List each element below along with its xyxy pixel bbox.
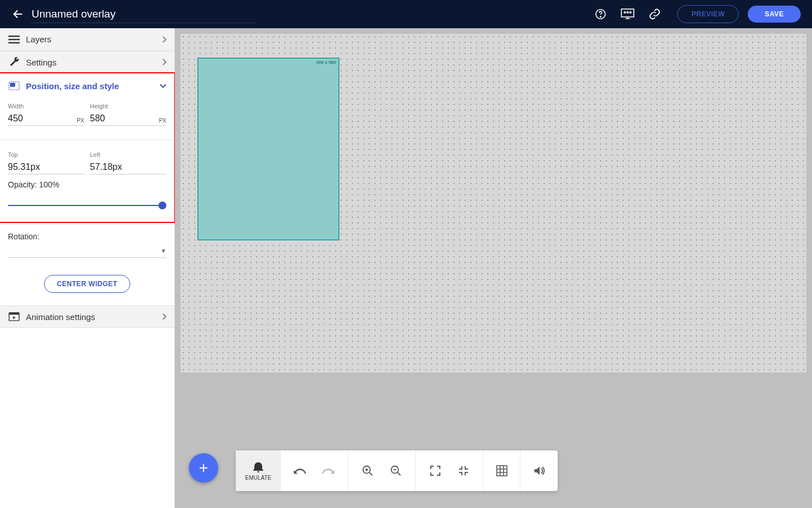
chevron-down-icon: [160, 84, 166, 88]
slider-thumb[interactable]: [158, 202, 166, 209]
sound-cell: [520, 450, 558, 491]
opacity-slider[interactable]: [8, 202, 166, 209]
svg-rect-8: [8, 42, 20, 43]
link-icon[interactable]: [647, 6, 663, 22]
rotation-block: Rotation: ▼: [0, 226, 174, 258]
bell-icon: [253, 461, 263, 472]
zoom-in-icon[interactable]: [361, 465, 374, 477]
svg-rect-6: [8, 36, 20, 37]
svg-point-3: [624, 12, 625, 13]
left-input[interactable]: [90, 160, 167, 174]
chevron-right-icon: [162, 313, 166, 320]
svg-point-1: [601, 16, 601, 17]
history-group: [280, 450, 348, 491]
height-input[interactable]: [90, 112, 159, 125]
redo-icon[interactable]: [322, 465, 334, 477]
height-label: Height: [90, 103, 167, 110]
preview-button[interactable]: PREVIEW: [677, 5, 739, 23]
selection-box-icon: [8, 80, 20, 92]
enter-fullscreen-icon[interactable]: [429, 465, 442, 477]
top-bar: PREVIEW SAVE: [0, 0, 812, 28]
top-input[interactable]: [8, 160, 85, 174]
chevron-right-icon: [162, 59, 166, 65]
svg-rect-12: [9, 313, 19, 315]
top-label: Top: [8, 151, 85, 158]
back-arrow-icon[interactable]: [11, 7, 25, 21]
position-panel-body: Width PX Height PX: [0, 98, 174, 222]
opacity-block: Opacity: 100%: [8, 180, 166, 209]
emulate-button[interactable]: EMULATE: [236, 450, 281, 491]
width-field: Width PX: [8, 103, 85, 126]
left-label: Left: [90, 151, 167, 158]
svg-marker-13: [13, 316, 15, 319]
exit-fullscreen-icon[interactable]: [457, 465, 470, 477]
sidebar-item-label: Settings: [26, 58, 56, 67]
widget-size-tag: 450 x 580: [316, 60, 336, 65]
rotation-select[interactable]: ▼: [8, 244, 166, 258]
svg-point-5: [630, 12, 631, 13]
layers-icon: [8, 33, 20, 46]
unit-px: PX: [77, 117, 84, 125]
position-panel-highlight: Position, size and style Width PX H: [0, 72, 175, 223]
sidebar-item-label: Layers: [26, 34, 51, 44]
wrench-icon: [8, 56, 20, 68]
svg-rect-7: [8, 38, 20, 40]
overlay-title-input[interactable]: [30, 6, 256, 23]
sidebar-item-animation[interactable]: Animation settings: [0, 305, 174, 328]
dropdown-triangle-icon: ▼: [161, 248, 166, 254]
canvas-area[interactable]: 450 x 580: [175, 28, 812, 508]
svg-rect-16: [497, 466, 507, 476]
plus-icon: +: [199, 459, 208, 477]
bottom-toolbar: EMULATE: [236, 450, 558, 491]
sidebar-item-label: Position, size and style: [26, 81, 119, 91]
zoom-out-icon[interactable]: [390, 465, 402, 477]
chevron-right-icon: [162, 36, 166, 43]
monitor-icon[interactable]: [620, 6, 636, 22]
svg-rect-10: [10, 83, 15, 87]
svg-point-4: [627, 12, 628, 13]
rotation-label: Rotation:: [8, 232, 166, 241]
grid-icon[interactable]: [496, 465, 508, 477]
grid-cell: [483, 450, 520, 491]
center-widget-button[interactable]: CENTER WIDGET: [44, 275, 130, 293]
emulate-label: EMULATE: [245, 475, 272, 481]
sidebar-item-layers[interactable]: Layers: [0, 28, 174, 51]
top-field: Top: [8, 151, 85, 174]
sidebar-item-position[interactable]: Position, size and style: [0, 73, 174, 98]
selected-widget[interactable]: 450 x 580: [197, 58, 339, 240]
animation-icon: [8, 310, 20, 323]
sound-icon[interactable]: [533, 465, 545, 477]
workspace: Layers Settings Position, size and style: [0, 28, 812, 508]
width-input[interactable]: [8, 112, 77, 125]
help-icon[interactable]: [593, 6, 608, 22]
artboard[interactable]: 450 x 580: [180, 34, 806, 373]
sidebar-item-settings[interactable]: Settings: [0, 51, 174, 73]
height-field: Height PX: [90, 103, 167, 126]
sidebar-item-label: Animation settings: [26, 312, 95, 322]
fullscreen-group: [416, 450, 483, 491]
unit-px: PX: [159, 117, 166, 125]
add-fab-button[interactable]: +: [189, 453, 218, 483]
save-button[interactable]: SAVE: [748, 6, 801, 23]
sidebar: Layers Settings Position, size and style: [0, 28, 175, 508]
width-label: Width: [8, 103, 85, 110]
left-field: Left: [90, 151, 167, 174]
zoom-group: [348, 450, 416, 491]
opacity-label: Opacity:: [8, 180, 37, 189]
undo-icon[interactable]: [294, 465, 306, 477]
opacity-value: 100%: [39, 180, 59, 189]
